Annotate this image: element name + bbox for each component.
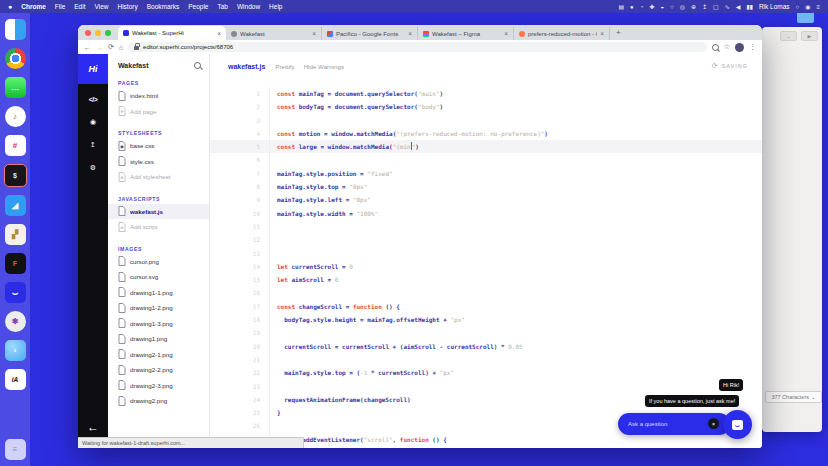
file-item[interactable]: drawing1.png: [108, 331, 209, 347]
code-text[interactable]: [270, 326, 277, 339]
add-file-button[interactable]: Add page: [108, 104, 209, 120]
sidebar-search-icon[interactable]: [194, 62, 201, 69]
layout-button[interactable]: ⌄: [780, 31, 797, 41]
browser-tab[interactable]: Wakefast - SuperHi×: [118, 26, 226, 40]
file-item[interactable]: drawing1-2.png: [108, 300, 209, 316]
browser-tab[interactable]: Pacifico - Google Fonts×: [322, 27, 418, 40]
circle-icon[interactable]: ○: [670, 4, 674, 10]
figma-icon[interactable]: F: [5, 253, 26, 274]
code-line[interactable]: 12: [210, 233, 762, 246]
code-line[interactable]: 3: [210, 114, 762, 127]
file-item[interactable]: drawing1-1.png: [108, 285, 209, 301]
code-text[interactable]: const motion = window.matchMedia("(prefe…: [270, 127, 548, 140]
menu-item-chrome[interactable]: Chrome: [21, 3, 46, 10]
volume-icon[interactable]: ◀: [736, 3, 741, 10]
code-text[interactable]: let aimScroll = 0: [270, 273, 338, 286]
trash-icon[interactable]: ≡: [5, 439, 26, 460]
menu-item-file[interactable]: File: [55, 3, 65, 10]
siri-icon[interactable]: ◉: [805, 3, 810, 10]
code-text[interactable]: let currentScroll = 0: [270, 260, 353, 273]
code-text[interactable]: requestAnimationFrame(changeScroll): [270, 393, 411, 406]
code-line[interactable]: 22 mainTag.style.top = (-1 * currentScro…: [210, 366, 762, 379]
code-line[interactable]: 18 bodyTag.style.height = mainTag.offset…: [210, 313, 762, 326]
browser-menu-icon[interactable]: ⋮: [749, 43, 756, 51]
code-text[interactable]: [270, 286, 277, 299]
close-window-button[interactable]: [85, 30, 91, 36]
finder-icon[interactable]: [5, 19, 26, 40]
code-line[interactable]: 21: [210, 353, 762, 366]
add-file-button[interactable]: Add stylesheet: [108, 169, 209, 185]
search-icon[interactable]: [712, 44, 719, 51]
code-text[interactable]: mainTag.style.top = "0px": [270, 180, 367, 193]
display-icon[interactable]: ▤: [618, 3, 624, 10]
tab-close-icon[interactable]: ×: [312, 30, 316, 37]
file-item[interactable]: style.css: [108, 154, 209, 170]
code-text[interactable]: [270, 233, 277, 246]
spotlight-icon[interactable]: ○: [796, 4, 800, 10]
code-line[interactable]: 4const motion = window.matchMedia("(pref…: [210, 127, 762, 140]
moon-icon[interactable]: ◒: [660, 4, 664, 10]
menu-item-edit[interactable]: Edit: [74, 3, 85, 10]
eye-preview-icon[interactable]: ◉: [90, 115, 96, 129]
code-line[interactable]: 1const mainTag = document.querySelector(…: [210, 87, 762, 100]
code-icon[interactable]: </>: [89, 92, 98, 106]
code-line[interactable]: 16: [210, 286, 762, 299]
chat-close-icon[interactable]: ×: [708, 418, 719, 429]
file-item[interactable]: drawing2.png: [108, 393, 209, 409]
code-text[interactable]: [270, 380, 277, 393]
code-text[interactable]: [270, 153, 277, 166]
code-text[interactable]: [270, 220, 277, 233]
code-line[interactable]: 7mainTag.style.position = "fixed": [210, 167, 762, 180]
menu-item-view[interactable]: View: [94, 3, 108, 10]
home-button[interactable]: ⌂: [119, 44, 123, 51]
upload-publish-icon[interactable]: ↥: [90, 138, 96, 152]
music-icon[interactable]: ♪: [5, 106, 26, 127]
code-text[interactable]: const large = window.matchMedia("(min"): [270, 140, 419, 153]
menu-item-help[interactable]: Help: [269, 3, 282, 10]
apple-menu-icon[interactable]: ●: [8, 3, 12, 10]
code-line[interactable]: 19: [210, 326, 762, 339]
menu-item-history[interactable]: History: [117, 3, 137, 10]
code-text[interactable]: const bodyTag = document.querySelector("…: [270, 100, 443, 113]
quicktime-icon[interactable]: ✱: [5, 311, 26, 332]
vscode-icon[interactable]: ◢: [5, 195, 26, 216]
upload-icon[interactable]: ↥: [702, 3, 707, 10]
action-hide-warnings[interactable]: Hide Warnings: [304, 63, 344, 70]
code-line[interactable]: 11: [210, 220, 762, 233]
background-window[interactable]: ⌄▶ 377 Characters ⌄: [762, 27, 822, 432]
code-line[interactable]: 5const large = window.matchMedia("(min"): [210, 140, 762, 153]
menu-item-tab[interactable]: Tab: [217, 3, 227, 10]
tweetbot-icon[interactable]: ›: [5, 340, 26, 361]
code-area[interactable]: 1const mainTag = document.querySelector(…: [210, 82, 762, 448]
back-arrow-button[interactable]: ←: [87, 420, 99, 434]
browser-tab[interactable]: prefers-reduced-motion - CS×: [514, 27, 610, 40]
code-line[interactable]: 17const changeScroll = function () {: [210, 300, 762, 313]
action-prettify[interactable]: Prettify: [275, 63, 294, 70]
menu-item-people[interactable]: People: [188, 3, 208, 10]
code-text[interactable]: [270, 114, 277, 127]
record-icon[interactable]: ◎: [680, 3, 685, 10]
chrome-icon[interactable]: [5, 48, 26, 69]
code-line[interactable]: 8mainTag.style.top = "0px": [210, 180, 762, 193]
code-line[interactable]: 10mainTag.style.width = "100%": [210, 207, 762, 220]
code-text[interactable]: [270, 419, 277, 432]
code-text[interactable]: [270, 353, 277, 366]
status-dot-icon[interactable]: ●: [630, 4, 634, 10]
tab-close-icon[interactable]: ×: [504, 30, 508, 37]
browser-tab[interactable]: Wakefast – Figma×: [418, 27, 514, 40]
code-text[interactable]: }: [270, 406, 281, 419]
settings-icon[interactable]: ⊕: [691, 3, 696, 10]
code-text[interactable]: bodyTag.style.height = mainTag.offsetHei…: [270, 313, 465, 326]
health-icon[interactable]: ✚: [649, 3, 654, 10]
battery-icon[interactable]: ▮▮: [746, 3, 753, 10]
code-line[interactable]: 2const bodyTag = document.querySelector(…: [210, 100, 762, 113]
file-item[interactable]: wakefast.js: [108, 204, 209, 220]
code-text[interactable]: [270, 247, 277, 260]
address-bar[interactable]: editor.superhi.com/projects/68706: [128, 42, 707, 52]
code-line[interactable]: 13: [210, 247, 762, 260]
code-text[interactable]: mainTag.style.top = (-1 * currentScroll)…: [270, 366, 454, 379]
profile-avatar[interactable]: [735, 43, 744, 52]
wifi-icon[interactable]: ∿: [725, 3, 730, 10]
url-text[interactable]: editor.superhi.com/projects/68706: [143, 44, 233, 50]
file-item[interactable]: drawing2-1.png: [108, 347, 209, 363]
